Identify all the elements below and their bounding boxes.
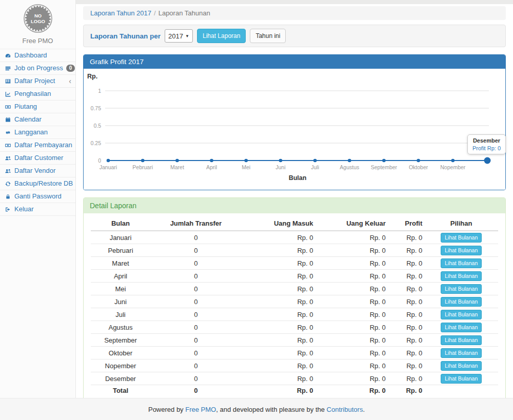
cell-uang-masuk: Rp. 0 — [242, 231, 315, 244]
page-footer: Powered by Free PMO, and developed with … — [0, 398, 513, 420]
footer-link-contributors[interactable]: Contributors — [327, 406, 363, 413]
cell-jumlah-transfer: 0 — [150, 270, 242, 283]
cell-jumlah-transfer: 0 — [150, 359, 242, 372]
content-area: Laporan Tahun 2017/Laporan Tahunan Lapor… — [76, 0, 513, 398]
cell-bulan: Juni — [91, 295, 150, 308]
cell-profit: Rp. 0 — [388, 308, 424, 321]
col-header-profit: Profit — [388, 216, 424, 231]
cell-pilihan: Lihat Bulanan — [424, 295, 498, 308]
sidebar-item-daftar-vendor[interactable]: Daftar Vendor — [0, 165, 75, 177]
lihat-bulanan-button[interactable]: Lihat Bulanan — [441, 323, 482, 332]
cell-jumlah-transfer: 0 — [150, 334, 242, 347]
table-row: Pebruari0Rp. 0Rp. 0Rp. 0Lihat Bulanan — [91, 244, 498, 257]
lihat-bulanan-button[interactable]: Lihat Bulanan — [441, 271, 482, 281]
sidebar-item-label: Daftar Vendor — [14, 167, 55, 175]
footer-text-middle: , and developed with pleasure by the — [216, 406, 326, 413]
sidebar-item-langganan[interactable]: Langganan — [0, 126, 75, 139]
cell-profit: Rp. 0 — [388, 321, 424, 334]
svg-text:0.75: 0.75 — [91, 105, 102, 111]
sidebar-item-backup-restore-db[interactable]: Backup/Restore DB — [0, 177, 75, 190]
cell-uang-keluar: Rp. 0 — [315, 257, 387, 270]
lihat-bulanan-button[interactable]: Lihat Bulanan — [441, 233, 482, 243]
breadcrumb-link-laporan-tahun[interactable]: Laporan Tahun 2017 — [90, 9, 151, 17]
sidebar-item-daftar-project[interactable]: Daftar Project‹ — [0, 75, 75, 88]
chart-tooltip: Desember Profit Rp: 0 — [467, 134, 506, 154]
cell-bulan: Januari — [91, 231, 150, 244]
line-chart-icon — [5, 91, 11, 97]
footer-link-free-pmo[interactable]: Free PMO — [185, 406, 216, 413]
chart-canvas[interactable]: Rp.10.750.50.250JanuariPebruariMaretApri… — [84, 69, 505, 190]
table-header-row: Bulan Jumlah Transfer Uang Masuk Uang Ke… — [91, 216, 498, 231]
lihat-bulanan-button[interactable]: Lihat Bulanan — [441, 284, 482, 294]
count-badge: 0 — [66, 65, 75, 72]
cell-pilihan: Lihat Bulanan — [424, 359, 498, 372]
sidebar-item-dashboard[interactable]: Dashboard — [0, 49, 75, 62]
cell-pilihan: Lihat Bulanan — [424, 334, 498, 347]
dashboard-icon — [5, 52, 11, 59]
sidebar-item-label: Langganan — [14, 128, 48, 136]
cell-uang-keluar: Rp. 0 — [315, 244, 387, 257]
svg-text:Pebruari: Pebruari — [132, 164, 153, 170]
sidebar-item-calendar[interactable]: Calendar — [0, 113, 75, 126]
sidebar-item-label: Dashboard — [14, 51, 47, 59]
cell-bulan: Mei — [91, 283, 150, 295]
sidebar-item-label: Daftar Project — [14, 77, 55, 85]
cell-pilihan: Lihat Bulanan — [424, 321, 498, 334]
lihat-bulanan-button[interactable]: Lihat Bulanan — [441, 246, 482, 255]
profit-line-chart[interactable]: Rp.10.750.50.250JanuariPebruariMaretApri… — [84, 69, 509, 190]
lihat-bulanan-button[interactable]: Lihat Bulanan — [441, 348, 482, 358]
lihat-bulanan-button[interactable]: Lihat Bulanan — [441, 335, 482, 345]
lihat-bulanan-button[interactable]: Lihat Bulanan — [441, 297, 482, 307]
sidebar-item-label: Penghasilan — [14, 90, 51, 98]
sidebar-item-daftar-pembayaran[interactable]: Daftar Pembayaran — [0, 139, 75, 152]
app-window: NO LOGO Free PMO DashboardJob on Progres… — [0, 0, 513, 420]
chevron-left-icon: ‹ — [69, 78, 71, 84]
cell-uang-keluar: Rp. 0 — [315, 283, 387, 295]
no-logo-seal-icon: NO LOGO — [23, 4, 53, 33]
tahun-ini-button[interactable]: Tahun ini — [250, 29, 286, 43]
sidebar-item-ganti-password[interactable]: Ganti Password — [0, 190, 75, 203]
cell-bulan: Oktober — [91, 347, 150, 359]
svg-text:Juli: Juli — [311, 164, 319, 170]
svg-text:0: 0 — [98, 157, 101, 164]
svg-text:April: April — [206, 164, 217, 170]
cell-uang-masuk: Rp. 0 — [242, 295, 315, 308]
cell-uang-keluar: Rp. 0 — [315, 385, 387, 396]
cell-profit: Rp. 0 — [388, 372, 424, 385]
col-header-bulan: Bulan — [91, 216, 150, 231]
retweet-icon — [5, 129, 11, 136]
year-select[interactable]: 2017 ▼ — [165, 29, 193, 43]
cell-uang-keluar: Rp. 0 — [315, 308, 387, 321]
cell-jumlah-transfer: 0 — [150, 295, 242, 308]
lihat-bulanan-button[interactable]: Lihat Bulanan — [441, 258, 482, 268]
cell-pilihan: Lihat Bulanan — [424, 270, 498, 283]
cell-profit: Rp. 0 — [388, 334, 424, 347]
cell-pilihan — [424, 385, 498, 396]
cell-profit: Rp. 0 — [388, 244, 424, 257]
lihat-laporan-button[interactable]: Lihat Laporan — [197, 29, 246, 43]
sidebar-item-piutang[interactable]: Piutang — [0, 101, 75, 113]
lihat-bulanan-button[interactable]: Lihat Bulanan — [441, 310, 482, 319]
cell-jumlah-transfer: 0 — [150, 385, 242, 396]
footer-text-after: . — [363, 406, 365, 413]
cell-jumlah-transfer: 0 — [150, 231, 242, 244]
table-row: Januari0Rp. 0Rp. 0Rp. 0Lihat Bulanan — [91, 231, 498, 244]
users-icon — [5, 168, 11, 174]
sidebar-item-keluar[interactable]: Keluar — [0, 203, 75, 216]
cell-uang-masuk: Rp. 0 — [242, 270, 315, 283]
year-select-value: 2017 — [168, 32, 183, 40]
lihat-bulanan-button[interactable]: Lihat Bulanan — [441, 374, 482, 384]
cell-jumlah-transfer: 0 — [150, 321, 242, 334]
sidebar-item-job-on-progress[interactable]: Job on Progress0 — [0, 62, 75, 75]
cell-profit: Rp. 0 — [388, 257, 424, 270]
cell-uang-masuk: Rp. 0 — [242, 334, 315, 347]
sidebar-item-daftar-customer[interactable]: Daftar Customer — [0, 152, 75, 165]
lihat-bulanan-button[interactable]: Lihat Bulanan — [441, 361, 482, 371]
logo-text-line1: NO — [34, 13, 41, 18]
tooltip-profit: Profit Rp: 0 — [472, 145, 501, 151]
detail-panel-title: Detail Laporan — [84, 198, 505, 213]
sidebar-item-penghasilan[interactable]: Penghasilan — [0, 88, 75, 101]
lock-icon — [5, 193, 11, 200]
table-row: Agustus0Rp. 0Rp. 0Rp. 0Lihat Bulanan — [91, 321, 498, 334]
col-header-pilihan: Pilihan — [424, 216, 498, 231]
